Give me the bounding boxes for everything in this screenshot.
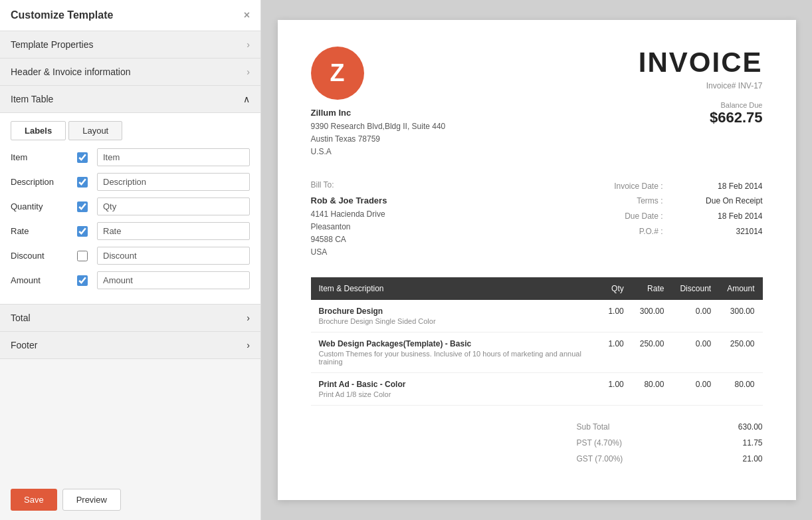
- cell-rate: 300.00: [632, 300, 672, 332]
- detail-row-due: Due Date : 18 Feb 2014: [614, 209, 762, 224]
- header-invoice-section[interactable]: Header & Invoice information ›: [0, 59, 260, 86]
- footer-section[interactable]: Footer ›: [0, 332, 260, 359]
- bottom-buttons: Save Preview: [0, 479, 260, 520]
- checkbox-discount[interactable]: [77, 251, 88, 261]
- field-row-amount: Amount: [11, 271, 250, 289]
- company-address3: U.S.A: [311, 146, 446, 158]
- detail-val-due: 18 Feb 2014: [676, 209, 763, 224]
- tabs-row: Labels Layout: [0, 113, 260, 140]
- field-input-description[interactable]: [97, 173, 250, 191]
- field-checkbox-amount[interactable]: [77, 275, 97, 286]
- field-checkbox-item[interactable]: [77, 152, 97, 163]
- totals-area: Sub Total 630.00 PST (4.70%) 11.75 GST (…: [311, 419, 763, 467]
- field-input-quantity[interactable]: [97, 197, 250, 215]
- total-row: PST (4.70%) 11.75: [577, 435, 763, 451]
- total-row: GST (7.00%) 21.00: [577, 451, 763, 467]
- checkbox-quantity[interactable]: [77, 201, 88, 212]
- field-label-description: Description: [11, 177, 77, 187]
- col-header-item: Item & Description: [311, 277, 601, 300]
- total-key: Sub Total: [577, 422, 610, 432]
- table-row: Brochure Design Brochure Design Single S…: [311, 300, 763, 332]
- total-section[interactable]: Total ›: [0, 305, 260, 332]
- cell-amount: 300.00: [719, 300, 762, 332]
- item-table-header[interactable]: Item Table ∧: [0, 86, 260, 113]
- logo-letter: Z: [330, 59, 345, 87]
- header-invoice-chevron: ›: [247, 66, 250, 77]
- detail-row-terms: Terms : Due On Receipt: [614, 194, 762, 209]
- cell-amount: 250.00: [719, 332, 762, 373]
- cell-amount: 80.00: [719, 373, 762, 406]
- total-label: Total: [11, 313, 31, 323]
- field-label-item: Item: [11, 152, 77, 162]
- field-checkbox-discount[interactable]: [77, 251, 97, 261]
- preview-button[interactable]: Preview: [62, 489, 121, 511]
- detail-val-po: 321014: [676, 224, 763, 239]
- bill-to-addr4: USA: [311, 246, 387, 259]
- checkbox-amount[interactable]: [77, 275, 88, 286]
- right-panel: Z Zillum Inc 9390 Research Blvd,Bldg II,…: [261, 0, 812, 520]
- cell-rate: 80.00: [632, 373, 672, 406]
- detail-row-po: P.O.# : 321014: [614, 224, 762, 239]
- checkbox-item[interactable]: [77, 152, 88, 163]
- item-table-chevron: ∧: [243, 94, 250, 104]
- item-table-section: Item Table ∧ Labels Layout Item Descript…: [0, 86, 260, 305]
- field-input-amount[interactable]: [97, 271, 250, 289]
- save-button[interactable]: Save: [11, 489, 57, 511]
- total-key: GST (7.00%): [577, 454, 623, 463]
- detail-key-terms: Terms :: [637, 194, 662, 209]
- total-value: 11.75: [742, 438, 762, 448]
- detail-row-date: Invoice Date : 18 Feb 2014: [614, 179, 762, 194]
- balance-due-amount: $662.75: [639, 109, 763, 126]
- company-logo: Z: [311, 47, 364, 100]
- item-table-body: Brochure Design Brochure Design Single S…: [311, 300, 763, 406]
- close-button[interactable]: ×: [244, 9, 250, 21]
- fields-area: Item Description Quantity: [0, 140, 260, 304]
- detail-val-terms: Due On Receipt: [676, 194, 763, 209]
- template-properties-section[interactable]: Template Properties ›: [0, 31, 260, 59]
- checkbox-rate[interactable]: [77, 226, 88, 237]
- col-header-discount: Discount: [672, 277, 719, 300]
- field-label-quantity: Quantity: [11, 201, 77, 211]
- total-row: Sub Total 630.00: [577, 419, 763, 435]
- total-chevron: ›: [247, 313, 250, 323]
- totals-table: Sub Total 630.00 PST (4.70%) 11.75 GST (…: [577, 419, 763, 467]
- company-name: Zillum Inc: [311, 108, 446, 118]
- invoice-top: Z Zillum Inc 9390 Research Blvd,Bldg II,…: [311, 47, 763, 159]
- panel-header: Customize Template ×: [0, 0, 260, 31]
- bill-to-addr3: 94588 CA: [311, 233, 387, 246]
- bill-to-addr2: Pleasanton: [311, 221, 387, 233]
- invoice-number: Invoice# INV-17: [639, 81, 763, 90]
- field-checkbox-description[interactable]: [77, 177, 97, 188]
- field-row-item: Item: [11, 148, 250, 166]
- total-value: 630.00: [738, 422, 763, 432]
- left-panel: Customize Template × Template Properties…: [0, 0, 261, 520]
- cell-qty: 1.00: [600, 332, 631, 373]
- field-checkbox-quantity[interactable]: [77, 201, 97, 212]
- item-table-thead: Item & Description Qty Rate Discount Amo…: [311, 277, 763, 300]
- bill-to-label: Bill To:: [311, 179, 387, 192]
- field-input-item[interactable]: [97, 148, 250, 166]
- tab-labels[interactable]: Labels: [11, 121, 66, 140]
- table-row: Print Ad - Basic - Color Print Ad 1/8 si…: [311, 373, 763, 406]
- bill-to-name: Rob & Joe Traders: [311, 194, 387, 208]
- cell-rate: 250.00: [632, 332, 672, 373]
- item-table-label: Item Table: [11, 94, 53, 104]
- cell-discount: 0.00: [672, 300, 719, 332]
- header-invoice-label: Header & Invoice information: [11, 66, 131, 77]
- field-checkbox-rate[interactable]: [77, 226, 97, 237]
- invoice-page: Z Zillum Inc 9390 Research Blvd,Bldg II,…: [278, 20, 796, 500]
- field-row-discount: Discount: [11, 247, 250, 265]
- detail-key-date: Invoice Date :: [614, 179, 662, 194]
- checkbox-description[interactable]: [77, 177, 88, 188]
- field-row-rate: Rate: [11, 222, 250, 240]
- detail-key-po: P.O.# :: [639, 224, 663, 239]
- field-label-amount: Amount: [11, 275, 77, 285]
- company-section: Z Zillum Inc 9390 Research Blvd,Bldg II,…: [311, 47, 446, 159]
- cell-item-desc: Brochure Design Brochure Design Single S…: [311, 300, 601, 332]
- field-input-rate[interactable]: [97, 222, 250, 240]
- invoice-details: Invoice Date : 18 Feb 2014 Terms : Due O…: [614, 179, 762, 259]
- tab-layout[interactable]: Layout: [68, 121, 122, 140]
- footer-label: Footer: [11, 340, 37, 350]
- field-label-discount: Discount: [11, 251, 77, 261]
- field-input-discount[interactable]: [97, 247, 250, 265]
